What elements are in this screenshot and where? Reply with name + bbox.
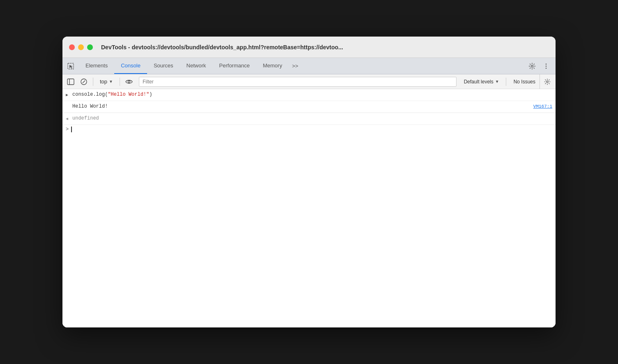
toolbar-separator-2 bbox=[120, 78, 120, 86]
minimize-button[interactable] bbox=[78, 44, 84, 50]
console-entry-log: ▶ console.log("Hello World!") bbox=[62, 89, 556, 101]
tab-performance[interactable]: Performance bbox=[212, 58, 256, 74]
tab-memory-label: Memory bbox=[263, 62, 282, 69]
tab-network[interactable]: Network bbox=[180, 58, 213, 74]
return-arrow: ◀ bbox=[66, 115, 70, 123]
close-button[interactable] bbox=[69, 44, 75, 50]
console-log-suffix: ) bbox=[149, 92, 152, 97]
toolbar-separator-1 bbox=[93, 78, 93, 86]
tab-sources-label: Sources bbox=[154, 62, 173, 69]
tab-console-label: Console bbox=[121, 62, 141, 69]
devtools-window: DevTools - devtools://devtools/bundled/d… bbox=[62, 37, 556, 327]
sidebar-toggle-button[interactable] bbox=[65, 76, 76, 88]
expand-arrow[interactable]: ▶ bbox=[66, 92, 70, 99]
issues-label: No Issues bbox=[514, 79, 535, 85]
context-selector[interactable]: top ▼ bbox=[97, 76, 116, 87]
context-dropdown-arrow: ▼ bbox=[109, 79, 113, 84]
live-expressions-button[interactable] bbox=[123, 76, 135, 88]
tab-elements-label: Elements bbox=[85, 62, 108, 69]
console-output-text: Hello World! bbox=[72, 103, 108, 110]
svg-line-8 bbox=[83, 81, 85, 83]
svg-point-4 bbox=[546, 67, 547, 69]
devtools-body: Elements Console Sources Network Perform… bbox=[62, 58, 556, 327]
tab-elements[interactable]: Elements bbox=[79, 58, 114, 74]
console-log-code: console.log("Hello World!") bbox=[72, 91, 152, 98]
levels-label: Default levels bbox=[464, 79, 493, 85]
tab-console[interactable]: Console bbox=[114, 58, 147, 74]
console-toolbar: top ▼ Default levels ▼ bbox=[62, 74, 556, 89]
console-input-line[interactable]: > bbox=[62, 125, 556, 134]
levels-dropdown-arrow: ▼ bbox=[495, 79, 499, 84]
clear-console-button[interactable] bbox=[78, 76, 90, 88]
tab-memory[interactable]: Memory bbox=[256, 58, 289, 74]
titlebar: DevTools - devtools://devtools/bundled/d… bbox=[62, 37, 556, 58]
console-settings-button[interactable] bbox=[542, 76, 553, 88]
svg-point-10 bbox=[547, 81, 548, 82]
tab-sources[interactable]: Sources bbox=[147, 58, 180, 74]
console-log-string: "Hello World!" bbox=[108, 92, 149, 97]
filter-input[interactable] bbox=[143, 79, 453, 85]
console-output: ▶ console.log("Hello World!") ▶ Hello Wo… bbox=[62, 89, 556, 327]
tab-network-label: Network bbox=[187, 62, 206, 69]
more-options-button[interactable] bbox=[540, 60, 552, 72]
tabbar: Elements Console Sources Network Perform… bbox=[62, 58, 556, 74]
svg-point-1 bbox=[531, 65, 533, 67]
console-cursor bbox=[71, 127, 72, 132]
issues-button[interactable]: No Issues bbox=[510, 74, 540, 89]
svg-point-3 bbox=[546, 65, 547, 67]
console-log-prefix: console.log( bbox=[72, 92, 108, 97]
tab-performance-label: Performance bbox=[219, 62, 249, 69]
window-title: DevTools - devtools://devtools/bundled/d… bbox=[101, 44, 549, 51]
maximize-button[interactable] bbox=[87, 44, 93, 50]
more-tabs-button[interactable]: >> bbox=[289, 58, 302, 74]
settings-gear-button[interactable] bbox=[526, 60, 538, 72]
log-levels-button[interactable]: Default levels ▼ bbox=[461, 76, 503, 87]
svg-point-2 bbox=[546, 63, 547, 65]
inspect-element-button[interactable] bbox=[64, 60, 77, 73]
toolbar-separator-3 bbox=[506, 78, 506, 86]
svg-rect-5 bbox=[67, 79, 74, 85]
console-prompt: > bbox=[66, 127, 69, 132]
console-entry-undefined: ◀ undefined bbox=[62, 113, 556, 125]
console-entry-output: ▶ Hello World! VM167:1 bbox=[62, 101, 556, 113]
entry-source-link[interactable]: VM167:1 bbox=[525, 103, 552, 110]
undefined-text: undefined bbox=[72, 115, 99, 122]
traffic-lights bbox=[69, 44, 93, 50]
tabbar-actions bbox=[526, 60, 554, 72]
filter-input-wrap bbox=[139, 77, 457, 87]
context-label: top bbox=[100, 78, 107, 85]
svg-point-9 bbox=[128, 81, 130, 83]
